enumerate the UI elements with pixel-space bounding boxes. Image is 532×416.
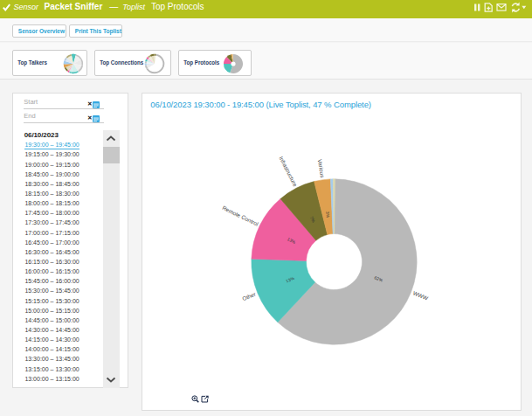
- svg-text:Infrastructure: Infrastructure: [278, 156, 299, 188]
- svg-text:WWW: WWW: [412, 290, 430, 302]
- svg-text:Remote Control: Remote Control: [221, 205, 259, 227]
- svg-text:Various: Various: [317, 159, 326, 178]
- svg-text:Other: Other: [241, 290, 257, 302]
